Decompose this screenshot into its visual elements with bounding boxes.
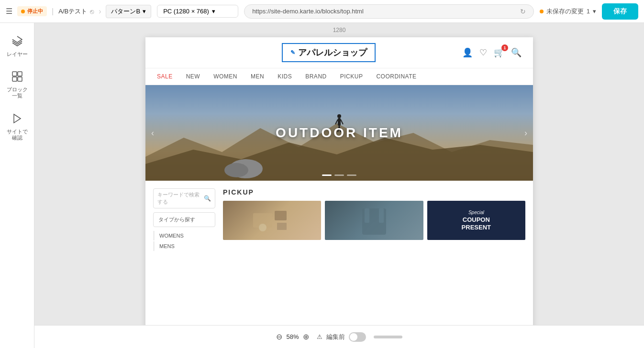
svg-rect-21 bbox=[379, 208, 384, 223]
left-sidebar: レイヤー ブロック一覧 サイトで確認 bbox=[0, 23, 34, 348]
search-placeholder: キーワードで検索する bbox=[157, 191, 202, 206]
nav-item-brand[interactable]: BRAND bbox=[305, 73, 327, 80]
chevron-down-icon: ▾ bbox=[143, 8, 146, 15]
horizontal-scrollbar[interactable] bbox=[374, 336, 402, 338]
search-icon-sm: 🔍 bbox=[204, 195, 211, 202]
svg-rect-3 bbox=[18, 77, 22, 81]
pickup-image-denim[interactable] bbox=[325, 201, 423, 240]
warning-icon: ⚠ bbox=[317, 333, 322, 340]
top-bar-center: PC (1280 × 768) ▾ https://site-demo.kart… bbox=[157, 4, 534, 19]
unsaved-dot-icon bbox=[540, 10, 544, 13]
hero-next-button[interactable]: › bbox=[524, 128, 527, 138]
preview-frame: ✎ アパレルショップ 👤 ♡ 🛒 1 🔍 SALE NEW WOMEN bbox=[145, 37, 533, 332]
nav-item-women[interactable]: WOMEN bbox=[213, 73, 237, 80]
sidebar-item-preview-label: サイトで確認 bbox=[7, 129, 28, 141]
chevron-down-icon: ▾ bbox=[212, 8, 215, 15]
ab-test-label[interactable]: A/Bテスト ⎋ bbox=[58, 7, 94, 16]
chevron-down-icon[interactable]: ▾ bbox=[593, 8, 596, 15]
hero-dot-1[interactable] bbox=[322, 174, 332, 176]
toggle-knob bbox=[350, 333, 357, 341]
bottom-bar: ⊖ 58% ⊕ ⚠ 編集前 bbox=[34, 325, 644, 348]
main-area: レイヤー ブロック一覧 サイトで確認 1280 bbox=[0, 23, 644, 348]
coupon-special: Special bbox=[468, 210, 484, 215]
svg-rect-2 bbox=[12, 77, 17, 81]
pickup-section: PICKUP bbox=[223, 188, 525, 251]
hero-dot-2[interactable] bbox=[334, 174, 344, 176]
reload-icon[interactable]: ↻ bbox=[520, 8, 526, 15]
url-text: https://site-demo.karte.io/blocks/top.ht… bbox=[252, 8, 515, 15]
shop-name[interactable]: ✎ アパレルショップ bbox=[282, 43, 376, 62]
hero-text: OUTDOOR ITEM bbox=[276, 125, 403, 141]
search-icon[interactable]: 🔍 bbox=[511, 47, 522, 58]
user-icon[interactable]: 👤 bbox=[462, 47, 473, 58]
svg-rect-16 bbox=[275, 211, 287, 220]
pickup-image-flatlay[interactable] bbox=[223, 201, 321, 240]
hero-dots bbox=[322, 174, 356, 176]
sidebar-item-blocks-label: ブロック一覧 bbox=[7, 87, 28, 99]
width-ruler: 1280 bbox=[333, 23, 346, 37]
preview-content: キーワードで検索する 🔍 タイプから探す WOMENS MENS PICKUP bbox=[145, 181, 533, 259]
zoom-value: 58% bbox=[286, 333, 299, 340]
category-womens[interactable]: WOMENS bbox=[153, 231, 215, 240]
edit-mode-toggle[interactable] bbox=[349, 332, 366, 342]
pickup-images: Special COUPON PRESENT bbox=[223, 201, 525, 240]
svg-rect-1 bbox=[18, 72, 22, 76]
pattern-select[interactable]: パターンB ▾ bbox=[106, 5, 151, 18]
cart-icon[interactable]: 🛒 1 bbox=[494, 47, 504, 58]
nav-item-men[interactable]: MEN bbox=[251, 73, 264, 80]
svg-rect-18 bbox=[277, 223, 287, 230]
sidebar-item-blocks[interactable]: ブロック一覧 bbox=[3, 66, 32, 104]
top-bar-left: ☰ 停止中 | A/Bテスト ⎋ › パターンB ▾ bbox=[6, 5, 151, 18]
nav-item-pickup[interactable]: PICKUP bbox=[340, 73, 363, 80]
layers-icon bbox=[11, 35, 23, 49]
pickup-title: PICKUP bbox=[223, 188, 525, 196]
edit-icon: ✎ bbox=[290, 49, 295, 56]
svg-point-17 bbox=[259, 224, 266, 231]
coupon-main: COUPON PRESENT bbox=[462, 216, 491, 231]
blocks-icon bbox=[11, 71, 23, 85]
edit-mode-text: 編集前 bbox=[326, 333, 345, 341]
status-badge: 停止中 bbox=[17, 6, 47, 16]
canvas-area: 1280 ✎ アパレルショップ 👤 ♡ 🛒 1 🔍 bbox=[34, 23, 644, 348]
unsaved-badge: 未保存の変更 1 ▾ bbox=[540, 7, 596, 16]
type-search[interactable]: タイプから探す bbox=[153, 212, 215, 227]
pickup-image-coupon[interactable]: Special COUPON PRESENT bbox=[427, 201, 525, 240]
top-bar-right: 未保存の変更 1 ▾ 保存 bbox=[540, 3, 638, 20]
wishlist-icon[interactable]: ♡ bbox=[479, 47, 487, 58]
preview-icon bbox=[11, 113, 23, 127]
svg-rect-20 bbox=[365, 208, 369, 223]
hamburger-icon[interactable]: ☰ bbox=[6, 7, 12, 16]
nav-item-sale[interactable]: SALE bbox=[157, 73, 173, 80]
top-bar: ☰ 停止中 | A/Bテスト ⎋ › パターンB ▾ PC (1280 × 76… bbox=[0, 0, 644, 23]
separator2: › bbox=[99, 7, 101, 16]
hero-dot-3[interactable] bbox=[347, 174, 356, 176]
sidebar-item-layers-label: レイヤー bbox=[7, 51, 28, 57]
nav-item-coordinate[interactable]: COORDINATE bbox=[376, 73, 416, 80]
search-box[interactable]: キーワードで検索する 🔍 bbox=[153, 188, 215, 208]
cart-count: 1 bbox=[501, 44, 508, 51]
preview-header: ✎ アパレルショップ 👤 ♡ 🛒 1 🔍 bbox=[145, 37, 533, 68]
svg-rect-0 bbox=[12, 72, 17, 76]
separator: | bbox=[52, 7, 54, 16]
zoom-out-button[interactable]: ⊖ bbox=[276, 332, 282, 341]
preview-nav: SALE NEW WOMEN MEN KIDS BRAND PICKUP COO… bbox=[145, 68, 533, 85]
zoom-in-button[interactable]: ⊕ bbox=[303, 332, 309, 341]
status-dot-icon bbox=[21, 10, 25, 13]
nav-item-new[interactable]: NEW bbox=[186, 73, 200, 80]
header-icons: 👤 ♡ 🛒 1 🔍 bbox=[462, 47, 522, 58]
sidebar-item-layers[interactable]: レイヤー bbox=[3, 31, 32, 62]
viewport-select[interactable]: PC (1280 × 768) ▾ bbox=[157, 5, 238, 18]
zoom-control: ⊖ 58% ⊕ bbox=[276, 332, 309, 341]
sidebar-item-preview[interactable]: サイトで確認 bbox=[3, 108, 32, 146]
edit-mode: ⚠ 編集前 bbox=[317, 332, 366, 342]
save-button[interactable]: 保存 bbox=[602, 3, 638, 20]
svg-marker-4 bbox=[14, 114, 21, 123]
external-link-icon[interactable]: ⎋ bbox=[90, 8, 94, 15]
hero-overlay: OUTDOOR ITEM bbox=[145, 85, 533, 181]
category-mens[interactable]: MENS bbox=[153, 241, 215, 251]
nav-item-kids[interactable]: KIDS bbox=[278, 73, 292, 80]
category-list: WOMENS MENS bbox=[153, 231, 215, 251]
status-label: 停止中 bbox=[27, 8, 43, 15]
hero-prev-button[interactable]: ‹ bbox=[151, 128, 154, 138]
url-bar: https://site-demo.karte.io/blocks/top.ht… bbox=[244, 4, 534, 19]
